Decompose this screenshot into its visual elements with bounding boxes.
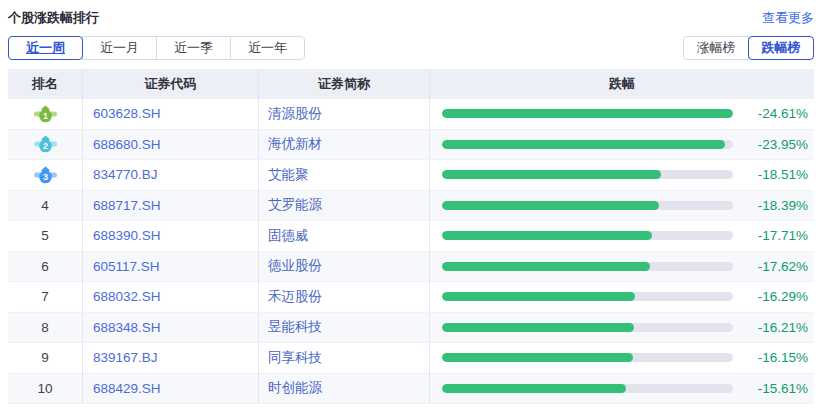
stock-code-link[interactable]: 688032.SH <box>83 282 259 312</box>
stock-name-link[interactable]: 禾迈股份 <box>259 282 430 312</box>
stock-code-link[interactable]: 605117.SH <box>83 252 259 282</box>
stock-code-link[interactable]: 603628.SH <box>83 99 259 129</box>
table-row[interactable]: 2688680.SH海优新材-23.95% <box>8 130 814 161</box>
change-percent: -24.61% <box>733 106 814 121</box>
change-bar-fill <box>442 262 650 271</box>
rank-1-medal-icon: 1 <box>34 105 57 123</box>
column-header-code: 证券代码 <box>83 69 259 99</box>
table-row[interactable]: 7688032.SH禾迈股份-16.29% <box>8 282 814 313</box>
change-percent: -16.29% <box>733 289 814 304</box>
change-bar-fill <box>442 353 633 362</box>
change-bar-track <box>442 109 733 118</box>
change-bar-fill <box>442 109 733 118</box>
stock-code-link[interactable]: 688680.SH <box>83 130 259 160</box>
rank-cell: 8 <box>8 313 83 343</box>
change-bar-fill <box>442 292 635 301</box>
tab-period-week[interactable]: 近一周 <box>8 36 83 60</box>
change-bar-fill <box>442 170 661 179</box>
view-more-link[interactable]: 查看更多 <box>762 9 814 27</box>
stock-name-link[interactable]: 昱能科技 <box>259 313 430 343</box>
change-bar-fill <box>442 140 725 149</box>
stock-name-link[interactable]: 海优新材 <box>259 130 430 160</box>
rank-cell: 2 <box>8 130 83 160</box>
change-percent: -18.39% <box>733 198 814 213</box>
stock-code-link[interactable]: 839167.BJ <box>83 343 259 373</box>
change-cell: -16.21% <box>430 313 814 343</box>
tab-gainers-board[interactable]: 涨幅榜 <box>683 36 749 60</box>
change-cell: -17.71% <box>430 221 814 251</box>
period-tab-group: 近一周 近一月 近一季 近一年 <box>8 36 305 60</box>
rank-3-medal-icon: 3 <box>34 166 57 184</box>
stock-code-link[interactable]: 688717.SH <box>83 191 259 221</box>
svg-text:2: 2 <box>42 141 47 151</box>
stock-name-link[interactable]: 同享科技 <box>259 343 430 373</box>
tab-losers-board[interactable]: 跌幅榜 <box>748 36 814 60</box>
change-percent: -17.62% <box>733 259 814 274</box>
change-bar-track <box>442 201 733 210</box>
stock-code-link[interactable]: 688429.SH <box>83 374 259 404</box>
stock-name-link[interactable]: 时创能源 <box>259 374 430 404</box>
table-row[interactable]: 3834770.BJ艾能聚-18.51% <box>8 160 814 191</box>
rank-cell: 1 <box>8 99 83 129</box>
stock-name-link[interactable]: 固德威 <box>259 221 430 251</box>
tab-period-year[interactable]: 近一年 <box>230 36 305 60</box>
change-bar-track <box>442 262 733 271</box>
board-toggle-group: 涨幅榜 跌幅榜 <box>683 36 814 60</box>
table-row[interactable]: 6605117.SH德业股份-17.62% <box>8 252 814 283</box>
stock-name-link[interactable]: 艾能聚 <box>259 160 430 190</box>
table-row[interactable]: 8688348.SH昱能科技-16.21% <box>8 313 814 344</box>
change-cell: -24.61% <box>430 99 814 129</box>
change-cell: -16.29% <box>430 282 814 312</box>
tab-period-month[interactable]: 近一月 <box>82 36 157 60</box>
change-cell: -17.62% <box>430 252 814 282</box>
change-bar-fill <box>442 231 652 240</box>
stock-code-link[interactable]: 834770.BJ <box>83 160 259 190</box>
table-row[interactable]: 9839167.BJ同享科技-16.15% <box>8 343 814 374</box>
column-header-change: 跌幅 <box>430 69 814 99</box>
rank-cell: 7 <box>8 282 83 312</box>
rank-cell: 3 <box>8 160 83 190</box>
change-bar-fill <box>442 323 634 332</box>
stock-code-link[interactable]: 688348.SH <box>83 313 259 343</box>
rank-cell: 10 <box>8 374 83 404</box>
change-bar-track <box>442 384 733 393</box>
page-title: 个股涨跌幅排行 <box>8 9 99 27</box>
module-header: 个股涨跌幅排行 查看更多 <box>0 0 822 27</box>
change-cell: -23.95% <box>430 130 814 160</box>
stock-name-link[interactable]: 艾罗能源 <box>259 191 430 221</box>
change-bar-fill <box>442 201 659 210</box>
table-header-row: 排名 证券代码 证券简称 跌幅 <box>8 69 814 99</box>
change-cell: -16.15% <box>430 343 814 373</box>
change-cell: -18.39% <box>430 191 814 221</box>
rank-cell: 6 <box>8 252 83 282</box>
table-row[interactable]: 4688717.SH艾罗能源-18.39% <box>8 191 814 222</box>
change-bar-fill <box>442 384 626 393</box>
change-percent: -15.61% <box>733 381 814 396</box>
column-header-name: 证券简称 <box>259 69 430 99</box>
svg-text:1: 1 <box>42 111 47 121</box>
stock-code-link[interactable]: 688390.SH <box>83 221 259 251</box>
ranking-table: 排名 证券代码 证券简称 跌幅 1603628.SH清源股份-24.61%268… <box>8 69 814 404</box>
stock-name-link[interactable]: 德业股份 <box>259 252 430 282</box>
rank-2-medal-icon: 2 <box>34 135 57 153</box>
column-header-rank: 排名 <box>8 69 83 99</box>
change-bar-track <box>442 292 733 301</box>
change-percent: -16.15% <box>733 350 814 365</box>
tab-period-quarter[interactable]: 近一季 <box>156 36 231 60</box>
table-body: 1603628.SH清源股份-24.61%2688680.SH海优新材-23.9… <box>8 99 814 404</box>
stock-name-link[interactable]: 清源股份 <box>259 99 430 129</box>
table-row[interactable]: 5688390.SH固德威-17.71% <box>8 221 814 252</box>
change-bar-track <box>442 170 733 179</box>
rank-cell: 4 <box>8 191 83 221</box>
table-row[interactable]: 1603628.SH清源股份-24.61% <box>8 99 814 130</box>
change-bar-track <box>442 231 733 240</box>
change-percent: -16.21% <box>733 320 814 335</box>
change-bar-track <box>442 353 733 362</box>
svg-text:3: 3 <box>42 172 47 182</box>
change-cell: -18.51% <box>430 160 814 190</box>
change-percent: -18.51% <box>733 167 814 182</box>
rank-cell: 5 <box>8 221 83 251</box>
change-percent: -17.71% <box>733 228 814 243</box>
rank-cell: 9 <box>8 343 83 373</box>
table-row[interactable]: 10688429.SH时创能源-15.61% <box>8 374 814 405</box>
